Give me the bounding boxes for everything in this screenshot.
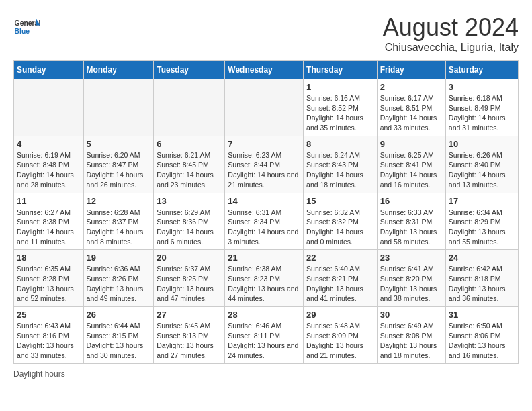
calendar-day-cell: [225, 79, 304, 136]
day-info: Sunrise: 6:23 AMSunset: 8:44 PMDaylight:…: [228, 150, 300, 190]
day-number: 1: [306, 82, 374, 92]
calendar-week-row: 4Sunrise: 6:19 AMSunset: 8:48 PMDaylight…: [14, 136, 519, 193]
day-info: Sunrise: 6:25 AMSunset: 8:41 PMDaylight:…: [380, 150, 443, 190]
calendar-day-cell: 30Sunrise: 6:49 AMSunset: 8:08 PMDayligh…: [377, 307, 445, 364]
day-info: Sunrise: 6:42 AMSunset: 8:18 PMDaylight:…: [449, 264, 515, 304]
day-number: 29: [306, 310, 374, 320]
svg-text:Blue: Blue: [15, 28, 30, 35]
day-info: Sunrise: 6:16 AMSunset: 8:52 PMDaylight:…: [306, 93, 374, 133]
calendar-day-cell: 10Sunrise: 6:26 AMSunset: 8:40 PMDayligh…: [445, 136, 518, 193]
calendar-day-cell: 13Sunrise: 6:29 AMSunset: 8:36 PMDayligh…: [154, 193, 225, 250]
day-of-week-header: Monday: [83, 61, 154, 79]
day-number: 12: [87, 196, 151, 206]
calendar-day-cell: 31Sunrise: 6:50 AMSunset: 8:06 PMDayligh…: [445, 307, 518, 364]
day-number: 22: [306, 253, 374, 263]
day-of-week-header: Thursday: [304, 61, 378, 79]
page-header: General Blue August 2024 Chiusavecchia, …: [13, 13, 519, 54]
day-info: Sunrise: 6:33 AMSunset: 8:31 PMDaylight:…: [380, 208, 443, 247]
calendar-day-cell: 5Sunrise: 6:20 AMSunset: 8:47 PMDaylight…: [83, 136, 154, 193]
day-number: 8: [306, 139, 374, 149]
day-number: 30: [380, 310, 443, 320]
day-number: 26: [87, 310, 151, 320]
day-info: Sunrise: 6:20 AMSunset: 8:47 PMDaylight:…: [87, 150, 151, 190]
day-of-week-header: Sunday: [14, 61, 84, 79]
title-block: August 2024 Chiusavecchia, Liguria, Ital…: [383, 13, 519, 54]
day-number: 15: [306, 196, 374, 206]
day-number: 9: [380, 139, 443, 149]
calendar-day-cell: 25Sunrise: 6:43 AMSunset: 8:16 PMDayligh…: [14, 307, 84, 364]
day-number: 31: [449, 310, 515, 320]
day-info: Sunrise: 6:41 AMSunset: 8:20 PMDaylight:…: [380, 264, 443, 304]
day-info: Sunrise: 6:46 AMSunset: 8:11 PMDaylight:…: [228, 321, 300, 361]
calendar-day-cell: 23Sunrise: 6:41 AMSunset: 8:20 PMDayligh…: [377, 250, 445, 307]
day-number: 4: [17, 139, 81, 149]
calendar-day-cell: 8Sunrise: 6:24 AMSunset: 8:43 PMDaylight…: [304, 136, 378, 193]
day-number: 10: [449, 139, 515, 149]
calendar-day-cell: 20Sunrise: 6:37 AMSunset: 8:25 PMDayligh…: [154, 250, 225, 307]
day-info: Sunrise: 6:32 AMSunset: 8:32 PMDaylight:…: [306, 208, 374, 247]
day-info: Sunrise: 6:44 AMSunset: 8:15 PMDaylight:…: [87, 321, 151, 361]
calendar-day-cell: 14Sunrise: 6:31 AMSunset: 8:34 PMDayligh…: [225, 193, 304, 250]
day-info: Sunrise: 6:17 AMSunset: 8:51 PMDaylight:…: [380, 93, 443, 133]
day-number: 28: [228, 310, 300, 320]
day-info: Sunrise: 6:34 AMSunset: 8:29 PMDaylight:…: [449, 208, 515, 247]
day-info: Sunrise: 6:50 AMSunset: 8:06 PMDaylight:…: [449, 321, 515, 361]
day-info: Sunrise: 6:40 AMSunset: 8:21 PMDaylight:…: [306, 264, 374, 304]
footer: Daylight hours: [13, 369, 519, 379]
day-number: 17: [449, 196, 515, 206]
daylight-label: Daylight hours: [13, 369, 65, 379]
calendar-week-row: 25Sunrise: 6:43 AMSunset: 8:16 PMDayligh…: [14, 307, 519, 364]
day-number: 5: [87, 139, 151, 149]
day-number: 27: [157, 310, 222, 320]
calendar-day-cell: 21Sunrise: 6:38 AMSunset: 8:23 PMDayligh…: [225, 250, 304, 307]
calendar-week-row: 18Sunrise: 6:35 AMSunset: 8:28 PMDayligh…: [14, 250, 519, 307]
day-of-week-header: Saturday: [445, 61, 518, 79]
day-number: 19: [87, 253, 151, 263]
calendar-subtitle: Chiusavecchia, Liguria, Italy: [383, 42, 519, 54]
calendar-day-cell: 17Sunrise: 6:34 AMSunset: 8:29 PMDayligh…: [445, 193, 518, 250]
calendar-week-row: 11Sunrise: 6:27 AMSunset: 8:38 PMDayligh…: [14, 193, 519, 250]
day-number: 2: [380, 82, 443, 92]
day-number: 6: [157, 139, 222, 149]
calendar-day-cell: 3Sunrise: 6:18 AMSunset: 8:49 PMDaylight…: [445, 79, 518, 136]
day-number: 18: [17, 253, 81, 263]
calendar-day-cell: 18Sunrise: 6:35 AMSunset: 8:28 PMDayligh…: [14, 250, 84, 307]
day-info: Sunrise: 6:31 AMSunset: 8:34 PMDaylight:…: [228, 208, 300, 247]
day-of-week-header: Friday: [377, 61, 445, 79]
day-info: Sunrise: 6:36 AMSunset: 8:26 PMDaylight:…: [87, 264, 151, 304]
calendar-day-cell: 24Sunrise: 6:42 AMSunset: 8:18 PMDayligh…: [445, 250, 518, 307]
day-of-week-header: Tuesday: [154, 61, 225, 79]
calendar-day-cell: 11Sunrise: 6:27 AMSunset: 8:38 PMDayligh…: [14, 193, 84, 250]
day-number: 16: [380, 196, 443, 206]
calendar-day-cell: 2Sunrise: 6:17 AMSunset: 8:51 PMDaylight…: [377, 79, 445, 136]
calendar-day-cell: [83, 79, 154, 136]
day-number: 13: [157, 196, 222, 206]
day-info: Sunrise: 6:19 AMSunset: 8:48 PMDaylight:…: [17, 150, 81, 190]
day-info: Sunrise: 6:18 AMSunset: 8:49 PMDaylight:…: [449, 93, 515, 133]
day-info: Sunrise: 6:24 AMSunset: 8:43 PMDaylight:…: [306, 150, 374, 190]
day-number: 21: [228, 253, 300, 263]
day-info: Sunrise: 6:43 AMSunset: 8:16 PMDaylight:…: [17, 321, 81, 361]
calendar-body: 1Sunrise: 6:16 AMSunset: 8:52 PMDaylight…: [14, 79, 519, 364]
day-number: 3: [449, 82, 515, 92]
day-number: 14: [228, 196, 300, 206]
calendar-day-cell: 16Sunrise: 6:33 AMSunset: 8:31 PMDayligh…: [377, 193, 445, 250]
calendar-day-cell: [14, 79, 84, 136]
calendar-day-cell: 7Sunrise: 6:23 AMSunset: 8:44 PMDaylight…: [225, 136, 304, 193]
calendar-day-cell: 6Sunrise: 6:21 AMSunset: 8:45 PMDaylight…: [154, 136, 225, 193]
day-info: Sunrise: 6:21 AMSunset: 8:45 PMDaylight:…: [157, 150, 222, 190]
day-info: Sunrise: 6:26 AMSunset: 8:40 PMDaylight:…: [449, 150, 515, 190]
calendar-table: SundayMondayTuesdayWednesdayThursdayFrid…: [13, 60, 519, 364]
day-info: Sunrise: 6:49 AMSunset: 8:08 PMDaylight:…: [380, 321, 443, 361]
calendar-day-cell: [154, 79, 225, 136]
day-number: 11: [17, 196, 81, 206]
calendar-day-cell: 15Sunrise: 6:32 AMSunset: 8:32 PMDayligh…: [304, 193, 378, 250]
calendar-day-cell: 4Sunrise: 6:19 AMSunset: 8:48 PMDaylight…: [14, 136, 84, 193]
calendar-day-cell: 19Sunrise: 6:36 AMSunset: 8:26 PMDayligh…: [83, 250, 154, 307]
calendar-day-cell: 28Sunrise: 6:46 AMSunset: 8:11 PMDayligh…: [225, 307, 304, 364]
day-info: Sunrise: 6:37 AMSunset: 8:25 PMDaylight:…: [157, 264, 222, 304]
logo: General Blue: [13, 13, 43, 40]
day-number: 23: [380, 253, 443, 263]
day-info: Sunrise: 6:29 AMSunset: 8:36 PMDaylight:…: [157, 208, 222, 247]
day-number: 20: [157, 253, 222, 263]
